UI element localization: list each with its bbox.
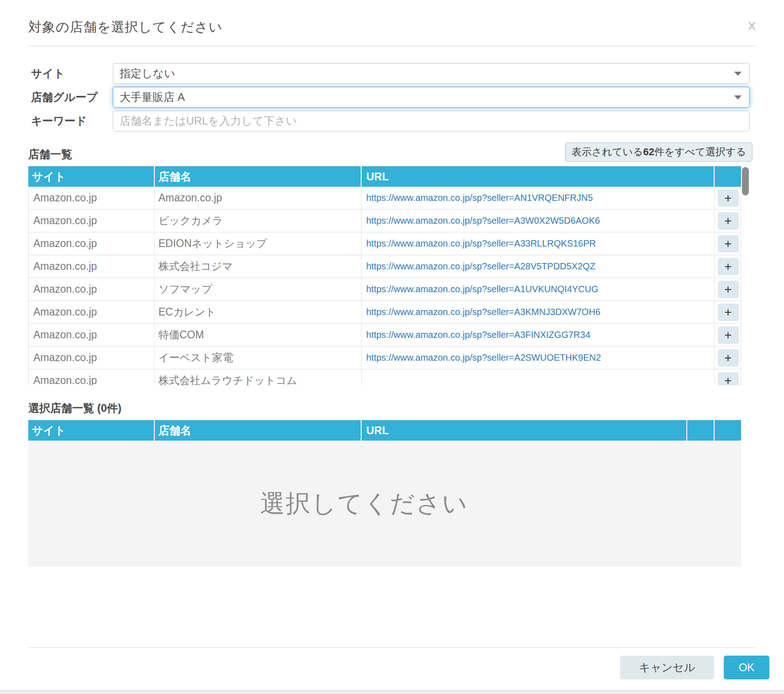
cell-site: Amazon.co.jp (29, 301, 154, 323)
column-header-url: URL (361, 420, 686, 441)
keyword-row: キーワード (31, 110, 750, 131)
table-row: Amazon.co.jp ソフマップ https://www.amazon.co… (29, 278, 741, 301)
store-url-link[interactable]: https://www.amazon.co.jp/sp?seller=A3W0X… (366, 216, 600, 226)
add-store-button[interactable]: + (718, 281, 739, 298)
add-store-button[interactable]: + (718, 372, 739, 386)
site-select-value: 指定しない (120, 66, 175, 81)
store-group-label: 店舗グループ (31, 90, 113, 105)
cancel-button[interactable]: キャンセル (620, 656, 714, 679)
store-url-link[interactable]: https://www.amazon.co.jp/sp?seller=AN1VR… (366, 193, 593, 203)
cell-site: Amazon.co.jp (29, 278, 154, 300)
column-header-extra-2 (714, 420, 741, 441)
cell-url: https://www.amazon.co.jp/sp?seller=A2SWU… (361, 347, 714, 369)
dialog-footer: キャンセル OK (0, 648, 784, 679)
keyword-label: キーワード (31, 114, 113, 128)
column-header-url: URL (361, 166, 714, 187)
cell-name: 株式会社ムラウチドットコム (154, 369, 361, 385)
cell-url (361, 369, 714, 385)
store-url-link[interactable]: https://www.amazon.co.jp/sp?seller=A33RL… (366, 238, 596, 249)
scrollbar-thumb[interactable] (742, 167, 749, 195)
store-group-row: 店舗グループ 大手量販店 A (31, 87, 750, 108)
chevron-down-icon (734, 72, 742, 76)
column-header-name: 店舗名 (154, 166, 361, 187)
cell-site: Amazon.co.jp (29, 255, 154, 278)
cell-site: Amazon.co.jp (29, 347, 154, 369)
table-row: Amazon.co.jp ECカレント https://www.amazon.c… (29, 301, 741, 324)
selected-list-head: 選択店舗一覧 (0件) (28, 401, 752, 415)
scrollbar-track[interactable] (742, 166, 749, 385)
table-row: Amazon.co.jp 特価COM https://www.amazon.co… (29, 324, 741, 347)
cell-url: https://www.amazon.co.jp/sp?seller=A3KMN… (361, 301, 714, 323)
column-header-name: 店舗名 (154, 420, 361, 441)
cell-add: + (714, 324, 741, 346)
cell-add: + (714, 347, 741, 369)
store-group-select-value: 大手量販店 A (120, 90, 185, 105)
table-row: Amazon.co.jp ビックカメラ https://www.amazon.c… (29, 210, 741, 232)
cell-site: Amazon.co.jp (29, 187, 154, 209)
cell-url: https://www.amazon.co.jp/sp?seller=AN1VR… (361, 187, 714, 209)
cell-url: https://www.amazon.co.jp/sp?seller=A28V5… (361, 255, 714, 278)
table-row: Amazon.co.jp EDIONネットショップ https://www.am… (29, 232, 741, 255)
add-store-button[interactable]: + (718, 304, 739, 321)
dialog-title: 対象の店舗を選択してください (28, 18, 756, 37)
add-store-button[interactable]: + (718, 235, 739, 252)
cell-site: Amazon.co.jp (29, 232, 154, 255)
store-table-header: サイト 店舗名 URL (28, 166, 741, 187)
column-header-add (714, 166, 741, 187)
empty-placeholder-text: 選択してください (260, 487, 468, 520)
store-list-head: 店舗一覧 表示されている62件をすべて選択する (28, 142, 752, 162)
store-group-select[interactable]: 大手量販店 A (113, 87, 750, 108)
cell-name: 特価COM (154, 324, 361, 346)
dialog-header: 対象の店舗を選択してください x (0, 0, 784, 37)
cell-site: Amazon.co.jp (29, 324, 154, 346)
cell-add: + (714, 255, 741, 278)
store-list-title: 店舗一覧 (28, 147, 72, 162)
column-header-site: サイト (28, 166, 154, 187)
cell-name: ソフマップ (154, 278, 361, 300)
site-select[interactable]: 指定しない (113, 63, 750, 84)
store-url-link[interactable]: https://www.amazon.co.jp/sp?seller=A1UVK… (366, 284, 599, 294)
cell-url: https://www.amazon.co.jp/sp?seller=A33RL… (361, 232, 714, 255)
selected-list-title: 選択店舗一覧 (0件) (28, 401, 121, 415)
select-all-button[interactable]: 表示されている62件をすべて選択する (565, 142, 752, 162)
store-table-body: Amazon.co.jp Amazon.co.jp https://www.am… (28, 187, 741, 385)
column-header-site: サイト (28, 420, 154, 441)
header-divider (28, 46, 756, 47)
cell-add: + (714, 301, 741, 323)
column-header-extra-1 (686, 420, 714, 441)
store-url-link[interactable]: https://www.amazon.co.jp/sp?seller=A28V5… (366, 261, 595, 272)
cell-name: ビックカメラ (154, 210, 361, 232)
selected-table-header: サイト 店舗名 URL (28, 420, 741, 441)
cell-add: + (714, 232, 741, 255)
store-url-link[interactable]: https://www.amazon.co.jp/sp?seller=A3FIN… (366, 330, 590, 340)
store-select-dialog: 対象の店舗を選択してください x サイト 指定しない 店舗グループ 大手量販店 … (0, 0, 784, 691)
table-row: Amazon.co.jp Amazon.co.jp https://www.am… (29, 187, 741, 210)
cell-name: EDIONネットショップ (154, 232, 361, 255)
store-url-link[interactable]: https://www.amazon.co.jp/sp?seller=A2SWU… (366, 352, 601, 363)
selected-table-empty-body: 選択してください (28, 441, 741, 567)
keyword-input[interactable] (113, 110, 750, 131)
cell-name: Amazon.co.jp (154, 187, 361, 209)
cell-site: Amazon.co.jp (29, 369, 154, 385)
cell-add: + (714, 278, 741, 300)
cell-name: ECカレント (154, 301, 361, 323)
selected-table: サイト 店舗名 URL 選択してください (28, 420, 741, 567)
cell-url: https://www.amazon.co.jp/sp?seller=A1UVK… (361, 278, 714, 300)
filter-form: サイト 指定しない 店舗グループ 大手量販店 A キーワード (0, 63, 784, 131)
cell-name: 株式会社コジマ (154, 255, 361, 278)
ok-button[interactable]: OK (724, 656, 769, 679)
store-url-link[interactable]: https://www.amazon.co.jp/sp?seller=A3KMN… (366, 307, 600, 317)
close-icon[interactable]: x (748, 18, 756, 32)
add-store-button[interactable]: + (718, 349, 739, 367)
cell-url: https://www.amazon.co.jp/sp?seller=A3FIN… (361, 324, 714, 346)
add-store-button[interactable]: + (718, 326, 739, 344)
add-store-button[interactable]: + (718, 212, 739, 230)
add-store-button[interactable]: + (718, 189, 739, 207)
site-row: サイト 指定しない (31, 63, 750, 84)
table-row: Amazon.co.jp 株式会社ムラウチドットコム + (29, 369, 741, 385)
cell-site: Amazon.co.jp (29, 210, 154, 232)
add-store-button[interactable]: + (718, 258, 739, 275)
cell-url: https://www.amazon.co.jp/sp?seller=A3W0X… (361, 210, 714, 232)
cell-add: + (714, 187, 741, 209)
site-label: サイト (31, 66, 113, 81)
